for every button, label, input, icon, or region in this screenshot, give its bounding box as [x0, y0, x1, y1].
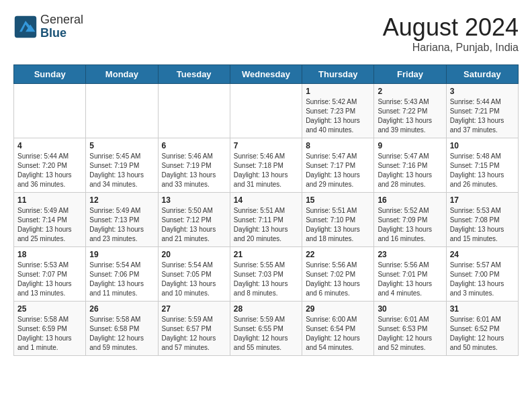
logo-blue: Blue	[40, 27, 83, 40]
calendar-day-cell: 5 Sunrise: 5:45 AMSunset: 7:19 PMDayligh…	[86, 138, 158, 193]
calendar-day-cell: 23 Sunrise: 5:56 AMSunset: 7:01 PMDaylig…	[374, 247, 446, 302]
calendar-day-cell: 15 Sunrise: 5:51 AMSunset: 7:10 PMDaylig…	[302, 193, 374, 247]
day-number: 22	[306, 250, 370, 259]
weekday-header: Friday	[374, 65, 446, 84]
day-number: 24	[450, 250, 515, 259]
day-number: 23	[378, 250, 442, 259]
day-number: 9	[378, 141, 442, 150]
day-info: Sunrise: 5:42 AMSunset: 7:23 PMDaylight:…	[306, 97, 370, 135]
day-info: Sunrise: 5:59 AMSunset: 6:57 PMDaylight:…	[162, 315, 226, 353]
day-number: 12	[89, 195, 154, 205]
day-info: Sunrise: 5:48 AMSunset: 7:15 PMDaylight:…	[450, 152, 515, 189]
day-number: 10	[450, 141, 515, 150]
logo: General Blue	[13, 13, 83, 40]
calendar-day-cell	[230, 84, 302, 138]
calendar-day-cell: 19 Sunrise: 5:54 AMSunset: 7:06 PMDaylig…	[86, 247, 158, 302]
day-number: 21	[234, 250, 298, 259]
day-info: Sunrise: 5:59 AMSunset: 6:55 PMDaylight:…	[234, 315, 298, 353]
calendar-day-cell: 11 Sunrise: 5:49 AMSunset: 7:14 PMDaylig…	[14, 193, 86, 247]
logo-icon	[13, 15, 38, 39]
day-info: Sunrise: 6:00 AMSunset: 6:54 PMDaylight:…	[306, 315, 370, 353]
day-number: 7	[234, 141, 298, 150]
calendar-day-cell: 26 Sunrise: 5:58 AMSunset: 6:58 PMDaylig…	[86, 302, 158, 356]
day-number: 5	[89, 141, 154, 150]
day-info: Sunrise: 5:54 AMSunset: 7:06 PMDaylight:…	[89, 261, 154, 298]
day-number: 1	[306, 87, 370, 96]
day-number: 15	[306, 195, 370, 205]
calendar-day-cell: 6 Sunrise: 5:46 AMSunset: 7:19 PMDayligh…	[158, 138, 230, 193]
day-number: 3	[450, 87, 515, 96]
calendar-week-row: 4 Sunrise: 5:44 AMSunset: 7:20 PMDayligh…	[14, 138, 519, 193]
day-info: Sunrise: 5:50 AMSunset: 7:12 PMDaylight:…	[162, 206, 226, 244]
calendar-day-cell: 20 Sunrise: 5:54 AMSunset: 7:05 PMDaylig…	[158, 247, 230, 302]
calendar-day-cell: 18 Sunrise: 5:53 AMSunset: 7:07 PMDaylig…	[14, 247, 86, 302]
day-number: 16	[378, 195, 442, 205]
day-number: 2	[378, 87, 442, 96]
calendar-day-cell: 14 Sunrise: 5:51 AMSunset: 7:11 PMDaylig…	[230, 193, 302, 247]
day-number: 18	[17, 250, 82, 259]
calendar-table: SundayMondayTuesdayWednesdayThursdayFrid…	[13, 64, 519, 356]
calendar-week-row: 18 Sunrise: 5:53 AMSunset: 7:07 PMDaylig…	[14, 247, 519, 302]
day-number: 27	[162, 304, 226, 314]
calendar-day-cell: 30 Sunrise: 6:01 AMSunset: 6:53 PMDaylig…	[374, 302, 446, 356]
weekday-header: Saturday	[446, 65, 518, 84]
day-info: Sunrise: 5:47 AMSunset: 7:16 PMDaylight:…	[378, 152, 442, 189]
weekday-header: Wednesday	[230, 65, 302, 84]
day-number: 20	[162, 250, 226, 259]
day-info: Sunrise: 5:45 AMSunset: 7:19 PMDaylight:…	[89, 152, 154, 189]
day-info: Sunrise: 5:51 AMSunset: 7:10 PMDaylight:…	[306, 206, 370, 244]
calendar-day-cell: 28 Sunrise: 5:59 AMSunset: 6:55 PMDaylig…	[230, 302, 302, 356]
day-number: 19	[89, 250, 154, 259]
title-block: August 2024 Hariana, Punjab, India	[383, 13, 519, 54]
day-number: 14	[234, 195, 298, 205]
location: Hariana, Punjab, India	[383, 42, 519, 54]
day-info: Sunrise: 5:53 AMSunset: 7:08 PMDaylight:…	[450, 206, 515, 244]
day-info: Sunrise: 5:58 AMSunset: 6:58 PMDaylight:…	[89, 315, 154, 353]
calendar-day-cell: 22 Sunrise: 5:56 AMSunset: 7:02 PMDaylig…	[302, 247, 374, 302]
day-number: 6	[162, 141, 226, 150]
calendar-day-cell: 24 Sunrise: 5:57 AMSunset: 7:00 PMDaylig…	[446, 247, 518, 302]
calendar-day-cell: 29 Sunrise: 6:00 AMSunset: 6:54 PMDaylig…	[302, 302, 374, 356]
day-number: 25	[17, 304, 82, 314]
day-info: Sunrise: 5:58 AMSunset: 6:59 PMDaylight:…	[17, 315, 82, 353]
svg-rect-0	[15, 16, 36, 38]
calendar-day-cell: 10 Sunrise: 5:48 AMSunset: 7:15 PMDaylig…	[446, 138, 518, 193]
weekday-header: Thursday	[302, 65, 374, 84]
day-info: Sunrise: 5:54 AMSunset: 7:05 PMDaylight:…	[162, 261, 226, 298]
day-info: Sunrise: 5:56 AMSunset: 7:01 PMDaylight:…	[378, 261, 442, 298]
calendar-day-cell: 31 Sunrise: 6:01 AMSunset: 6:52 PMDaylig…	[446, 302, 518, 356]
calendar-day-cell: 1 Sunrise: 5:42 AMSunset: 7:23 PMDayligh…	[302, 84, 374, 138]
calendar-day-cell: 13 Sunrise: 5:50 AMSunset: 7:12 PMDaylig…	[158, 193, 230, 247]
logo-general: General	[40, 13, 83, 27]
day-info: Sunrise: 5:55 AMSunset: 7:03 PMDaylight:…	[234, 261, 298, 298]
calendar-day-cell	[158, 84, 230, 138]
weekday-header-row: SundayMondayTuesdayWednesdayThursdayFrid…	[14, 65, 519, 84]
calendar-week-row: 1 Sunrise: 5:42 AMSunset: 7:23 PMDayligh…	[14, 84, 519, 138]
day-info: Sunrise: 5:53 AMSunset: 7:07 PMDaylight:…	[17, 261, 82, 298]
calendar-day-cell	[86, 84, 158, 138]
calendar-week-row: 25 Sunrise: 5:58 AMSunset: 6:59 PMDaylig…	[14, 302, 519, 356]
day-number: 31	[450, 304, 515, 314]
day-info: Sunrise: 5:52 AMSunset: 7:09 PMDaylight:…	[378, 206, 442, 244]
day-number: 11	[17, 195, 82, 205]
page-header: General Blue August 2024 Hariana, Punjab…	[13, 13, 519, 54]
calendar-day-cell: 17 Sunrise: 5:53 AMSunset: 7:08 PMDaylig…	[446, 193, 518, 247]
day-info: Sunrise: 5:57 AMSunset: 7:00 PMDaylight:…	[450, 261, 515, 298]
weekday-header: Tuesday	[158, 65, 230, 84]
day-number: 13	[162, 195, 226, 205]
day-number: 4	[17, 141, 82, 150]
weekday-header: Monday	[86, 65, 158, 84]
day-info: Sunrise: 5:56 AMSunset: 7:02 PMDaylight:…	[306, 261, 370, 298]
calendar-day-cell: 8 Sunrise: 5:47 AMSunset: 7:17 PMDayligh…	[302, 138, 374, 193]
calendar-day-cell: 7 Sunrise: 5:46 AMSunset: 7:18 PMDayligh…	[230, 138, 302, 193]
calendar-day-cell: 2 Sunrise: 5:43 AMSunset: 7:22 PMDayligh…	[374, 84, 446, 138]
day-info: Sunrise: 5:46 AMSunset: 7:18 PMDaylight:…	[234, 152, 298, 189]
day-info: Sunrise: 5:44 AMSunset: 7:20 PMDaylight:…	[17, 152, 82, 189]
calendar-week-row: 11 Sunrise: 5:49 AMSunset: 7:14 PMDaylig…	[14, 193, 519, 247]
calendar-day-cell: 12 Sunrise: 5:49 AMSunset: 7:13 PMDaylig…	[86, 193, 158, 247]
month-year: August 2024	[383, 13, 519, 42]
day-info: Sunrise: 5:46 AMSunset: 7:19 PMDaylight:…	[162, 152, 226, 189]
day-info: Sunrise: 5:47 AMSunset: 7:17 PMDaylight:…	[306, 152, 370, 189]
calendar-day-cell: 21 Sunrise: 5:55 AMSunset: 7:03 PMDaylig…	[230, 247, 302, 302]
day-info: Sunrise: 6:01 AMSunset: 6:53 PMDaylight:…	[378, 315, 442, 353]
